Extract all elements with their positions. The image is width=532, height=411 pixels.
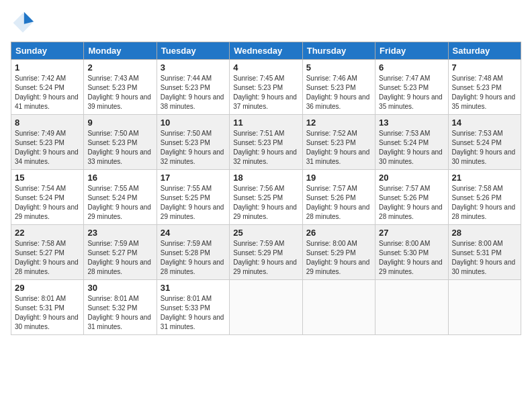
day-number: 4 <box>233 62 298 73</box>
day-number: 1 <box>15 62 80 73</box>
calendar-cell: 19Sunrise: 7:57 AMSunset: 5:26 PMDayligh… <box>302 170 375 225</box>
day-info: Sunrise: 8:01 AMSunset: 5:33 PMDaylight:… <box>161 294 226 332</box>
day-info: Sunrise: 7:58 AMSunset: 5:26 PMDaylight:… <box>452 184 517 222</box>
day-number: 19 <box>306 173 371 183</box>
calendar-cell: 5Sunrise: 7:46 AMSunset: 5:23 PMDaylight… <box>302 60 375 115</box>
day-info: Sunrise: 7:57 AMSunset: 5:26 PMDaylight:… <box>306 184 371 222</box>
day-number: 5 <box>306 62 371 73</box>
day-number: 31 <box>161 283 226 293</box>
day-number: 10 <box>161 118 226 128</box>
weekday-header: Tuesday <box>157 42 229 60</box>
day-info: Sunrise: 7:43 AMSunset: 5:23 PMDaylight:… <box>87 74 152 111</box>
calendar-cell: 20Sunrise: 7:57 AMSunset: 5:26 PMDayligh… <box>375 170 448 225</box>
calendar-cell: 30Sunrise: 8:01 AMSunset: 5:32 PMDayligh… <box>84 280 157 335</box>
calendar-cell: 25Sunrise: 7:59 AMSunset: 5:29 PMDayligh… <box>230 225 302 280</box>
calendar-cell <box>230 280 302 335</box>
calendar-cell: 13Sunrise: 7:53 AMSunset: 5:24 PMDayligh… <box>375 115 448 170</box>
svg-marker-1 <box>24 12 34 24</box>
calendar-cell: 6Sunrise: 7:47 AMSunset: 5:23 PMDaylight… <box>375 60 448 115</box>
day-info: Sunrise: 7:58 AMSunset: 5:27 PMDaylight:… <box>15 239 80 277</box>
day-number: 3 <box>161 62 226 73</box>
calendar-cell: 23Sunrise: 7:59 AMSunset: 5:27 PMDayligh… <box>84 225 157 280</box>
calendar-cell: 16Sunrise: 7:55 AMSunset: 5:24 PMDayligh… <box>84 170 157 225</box>
day-info: Sunrise: 7:54 AMSunset: 5:24 PMDaylight:… <box>15 184 80 222</box>
day-info: Sunrise: 7:48 AMSunset: 5:23 PMDaylight:… <box>452 74 517 111</box>
day-number: 7 <box>452 62 517 73</box>
calendar-cell <box>448 280 521 335</box>
day-number: 25 <box>233 228 298 238</box>
day-number: 21 <box>452 173 517 183</box>
calendar-cell: 21Sunrise: 7:58 AMSunset: 5:26 PMDayligh… <box>448 170 521 225</box>
calendar-week-row: 15Sunrise: 7:54 AMSunset: 5:24 PMDayligh… <box>11 170 521 225</box>
day-info: Sunrise: 7:59 AMSunset: 5:27 PMDaylight:… <box>87 239 152 277</box>
day-number: 29 <box>15 283 80 293</box>
calendar-week-row: 1Sunrise: 7:42 AMSunset: 5:24 PMDaylight… <box>11 60 521 115</box>
day-info: Sunrise: 8:01 AMSunset: 5:31 PMDaylight:… <box>15 294 80 332</box>
day-number: 13 <box>379 118 444 128</box>
day-info: Sunrise: 7:52 AMSunset: 5:23 PMDaylight:… <box>306 129 371 167</box>
day-number: 18 <box>233 173 298 183</box>
header <box>11 11 521 35</box>
calendar-cell: 2Sunrise: 7:43 AMSunset: 5:23 PMDaylight… <box>84 60 157 115</box>
day-number: 23 <box>87 228 152 238</box>
day-info: Sunrise: 7:50 AMSunset: 5:23 PMDaylight:… <box>161 129 226 167</box>
day-info: Sunrise: 7:50 AMSunset: 5:23 PMDaylight:… <box>87 129 152 167</box>
logo <box>11 11 38 35</box>
day-number: 26 <box>306 228 371 238</box>
day-info: Sunrise: 7:56 AMSunset: 5:25 PMDaylight:… <box>233 184 298 222</box>
calendar-cell: 12Sunrise: 7:52 AMSunset: 5:23 PMDayligh… <box>302 115 375 170</box>
day-info: Sunrise: 7:53 AMSunset: 5:24 PMDaylight:… <box>379 129 444 167</box>
weekday-header: Saturday <box>448 42 521 60</box>
calendar-cell: 3Sunrise: 7:44 AMSunset: 5:23 PMDaylight… <box>157 60 229 115</box>
calendar-cell: 29Sunrise: 8:01 AMSunset: 5:31 PMDayligh… <box>11 280 84 335</box>
calendar-cell: 24Sunrise: 7:59 AMSunset: 5:28 PMDayligh… <box>157 225 229 280</box>
day-number: 9 <box>87 118 152 128</box>
day-info: Sunrise: 8:00 AMSunset: 5:29 PMDaylight:… <box>306 239 371 277</box>
day-number: 8 <box>15 118 80 128</box>
day-number: 17 <box>161 173 226 183</box>
day-info: Sunrise: 7:51 AMSunset: 5:23 PMDaylight:… <box>233 129 298 167</box>
day-info: Sunrise: 8:00 AMSunset: 5:31 PMDaylight:… <box>452 239 517 277</box>
day-info: Sunrise: 7:44 AMSunset: 5:23 PMDaylight:… <box>161 74 226 111</box>
day-number: 6 <box>379 62 444 73</box>
day-number: 22 <box>15 228 80 238</box>
day-number: 27 <box>379 228 444 238</box>
svg-marker-0 <box>13 13 33 33</box>
calendar-cell: 15Sunrise: 7:54 AMSunset: 5:24 PMDayligh… <box>11 170 84 225</box>
calendar-cell: 18Sunrise: 7:56 AMSunset: 5:25 PMDayligh… <box>230 170 302 225</box>
weekday-header: Monday <box>84 42 157 60</box>
calendar-cell: 14Sunrise: 7:53 AMSunset: 5:24 PMDayligh… <box>448 115 521 170</box>
day-info: Sunrise: 7:57 AMSunset: 5:26 PMDaylight:… <box>379 184 444 222</box>
calendar-cell: 10Sunrise: 7:50 AMSunset: 5:23 PMDayligh… <box>157 115 229 170</box>
calendar-cell: 11Sunrise: 7:51 AMSunset: 5:23 PMDayligh… <box>230 115 302 170</box>
day-info: Sunrise: 7:42 AMSunset: 5:24 PMDaylight:… <box>15 74 80 111</box>
day-info: Sunrise: 7:55 AMSunset: 5:25 PMDaylight:… <box>161 184 226 222</box>
day-info: Sunrise: 7:45 AMSunset: 5:23 PMDaylight:… <box>233 74 298 111</box>
weekday-header: Thursday <box>302 42 375 60</box>
day-number: 20 <box>379 173 444 183</box>
day-info: Sunrise: 7:53 AMSunset: 5:24 PMDaylight:… <box>452 129 517 167</box>
calendar-cell: 9Sunrise: 7:50 AMSunset: 5:23 PMDaylight… <box>84 115 157 170</box>
calendar-cell: 1Sunrise: 7:42 AMSunset: 5:24 PMDaylight… <box>11 60 84 115</box>
calendar-cell: 22Sunrise: 7:58 AMSunset: 5:27 PMDayligh… <box>11 225 84 280</box>
day-number: 14 <box>452 118 517 128</box>
calendar-week-row: 29Sunrise: 8:01 AMSunset: 5:31 PMDayligh… <box>11 280 521 335</box>
calendar-cell: 27Sunrise: 8:00 AMSunset: 5:30 PMDayligh… <box>375 225 448 280</box>
calendar-body: 1Sunrise: 7:42 AMSunset: 5:24 PMDaylight… <box>11 60 521 335</box>
calendar-cell <box>302 280 375 335</box>
calendar-table: SundayMondayTuesdayWednesdayThursdayFrid… <box>11 42 521 335</box>
day-number: 11 <box>233 118 298 128</box>
day-info: Sunrise: 8:01 AMSunset: 5:32 PMDaylight:… <box>87 294 152 332</box>
calendar-cell: 4Sunrise: 7:45 AMSunset: 5:23 PMDaylight… <box>230 60 302 115</box>
day-number: 16 <box>87 173 152 183</box>
weekday-header: Wednesday <box>230 42 302 60</box>
day-number: 24 <box>161 228 226 238</box>
day-info: Sunrise: 7:59 AMSunset: 5:28 PMDaylight:… <box>161 239 226 277</box>
calendar-header-row: SundayMondayTuesdayWednesdayThursdayFrid… <box>11 42 521 60</box>
calendar-cell: 31Sunrise: 8:01 AMSunset: 5:33 PMDayligh… <box>157 280 229 335</box>
calendar-cell: 26Sunrise: 8:00 AMSunset: 5:29 PMDayligh… <box>302 225 375 280</box>
day-info: Sunrise: 7:47 AMSunset: 5:23 PMDaylight:… <box>379 74 444 111</box>
day-info: Sunrise: 7:55 AMSunset: 5:24 PMDaylight:… <box>87 184 152 222</box>
day-number: 2 <box>87 62 152 73</box>
day-number: 12 <box>306 118 371 128</box>
